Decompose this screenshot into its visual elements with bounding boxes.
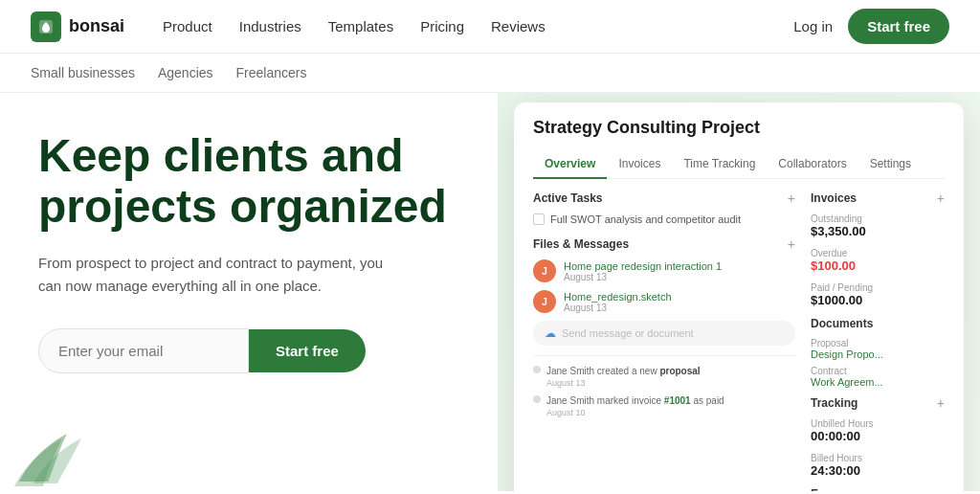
unbilled-label: Unbilled Hours xyxy=(811,418,945,429)
activity-section: Jane Smith created a new proposal August… xyxy=(533,355,795,417)
file-item-1: J Home page redesign interaction 1 Augus… xyxy=(533,259,795,282)
overdue-stat: Overdue $100.00 xyxy=(811,248,945,273)
hero-subtitle: From prospect to project and contract to… xyxy=(38,252,402,298)
activity-text-1: Jane Smith created a new proposal August… xyxy=(546,364,701,388)
invoices-section-title: Invoices xyxy=(811,191,857,205)
billed-label: Billed Hours xyxy=(811,453,945,463)
project-card: Strategy Consulting Project Overview Inv… xyxy=(514,102,964,491)
cta-row: Start free xyxy=(38,328,459,373)
card-body: Active Tasks + Full SWOT analysis and co… xyxy=(514,179,964,491)
billed-stat: Billed Hours 24:30:00 xyxy=(811,453,945,478)
expenses-title: Expenses xyxy=(811,487,864,491)
invoices-section-header: Invoices + xyxy=(811,191,945,206)
nav-templates[interactable]: Templates xyxy=(328,18,393,34)
paid-label: Paid / Pending xyxy=(811,282,945,293)
nav-product[interactable]: Product xyxy=(163,18,212,34)
files-messages-add[interactable]: + xyxy=(788,236,795,252)
activity-item-2: Jane Smith marked invoice #1001 as paid … xyxy=(533,393,795,417)
file-avatar-1: J xyxy=(533,259,556,282)
tab-invoices[interactable]: Invoices xyxy=(607,149,672,178)
logo[interactable]: bonsai xyxy=(31,11,124,42)
start-free-nav-button[interactable]: Start free xyxy=(848,9,949,44)
activity-text-2: Jane Smith marked invoice #1001 as paid … xyxy=(546,393,724,417)
doc-label-1: Proposal xyxy=(811,338,945,348)
card-right-column: Invoices + Outstanding $3,350.00 Overdue… xyxy=(811,191,945,491)
file-date-1: August 13 xyxy=(564,272,722,282)
left-panel: Keep clients and projects organized From… xyxy=(0,93,498,491)
navbar: bonsai Product Industries Templates Pric… xyxy=(0,0,980,54)
active-tasks-add[interactable]: + xyxy=(788,191,795,206)
right-panel: Strategy Consulting Project Overview Inv… xyxy=(498,93,980,491)
time-tracking-title: Tracking xyxy=(811,396,858,410)
files-messages-title: Files & Messages xyxy=(533,237,629,251)
email-input[interactable] xyxy=(38,328,249,373)
activity-date-2: August 10 xyxy=(546,408,724,417)
logo-icon xyxy=(31,11,61,42)
billed-value: 24:30:00 xyxy=(811,463,945,478)
file-avatar-2: J xyxy=(533,290,556,313)
tab-overview[interactable]: Overview xyxy=(533,149,607,178)
card-header: Strategy Consulting Project Overview Inv… xyxy=(514,102,964,179)
overdue-label: Overdue xyxy=(811,248,945,258)
time-tracking-add[interactable]: + xyxy=(937,395,945,411)
doc-link-2[interactable]: Work Agreem... xyxy=(811,376,945,388)
file-info-1: Home page redesign interaction 1 August … xyxy=(564,260,722,282)
nav-reviews[interactable]: Reviews xyxy=(491,18,546,34)
subnav-small-businesses[interactable]: Small businesses xyxy=(31,65,135,80)
unbilled-stat: Unbilled Hours 00:00:00 xyxy=(811,418,945,443)
task-item: Full SWOT analysis and competitor audit xyxy=(533,213,795,225)
documents-title: Documents xyxy=(811,317,873,330)
active-tasks-title: Active Tasks xyxy=(533,191,603,205)
login-button[interactable]: Log in xyxy=(793,18,833,34)
unbilled-value: 00:00:00 xyxy=(811,429,945,443)
file-info-2: Home_redesign.sketch August 13 xyxy=(564,291,672,313)
doc-label-2: Contract xyxy=(811,366,945,376)
task-checkbox[interactable] xyxy=(533,213,545,225)
activity-dot-1 xyxy=(533,366,541,373)
activity-desc-1: Jane Smith created a new proposal xyxy=(546,366,701,376)
message-input-row[interactable]: ☁ Send message or document xyxy=(533,321,795,346)
message-placeholder: Send message or document xyxy=(562,327,694,339)
main-content: Keep clients and projects organized From… xyxy=(0,93,980,491)
documents-section-header: Documents xyxy=(811,317,945,330)
nav-pricing[interactable]: Pricing xyxy=(420,18,464,34)
expenses-section-header: Expenses xyxy=(811,487,945,491)
activity-desc-2: Jane Smith marked invoice #1001 as paid xyxy=(546,395,724,406)
outstanding-value: $3,350.00 xyxy=(811,224,945,238)
file-item-2: J Home_redesign.sketch August 13 xyxy=(533,290,795,313)
card-left-column: Active Tasks + Full SWOT analysis and co… xyxy=(533,191,795,491)
file-name-1[interactable]: Home page redesign interaction 1 xyxy=(564,260,722,272)
file-date-2: August 13 xyxy=(564,303,672,313)
nav-right: Log in Start free xyxy=(793,9,949,44)
subnav-freelancers[interactable]: Freelancers xyxy=(236,65,307,80)
tab-settings[interactable]: Settings xyxy=(858,149,923,178)
task-text: Full SWOT analysis and competitor audit xyxy=(550,213,741,225)
tab-collaborators[interactable]: Collaborators xyxy=(767,149,858,178)
leaf-decoration xyxy=(10,415,124,491)
overdue-value: $100.00 xyxy=(811,258,945,273)
cloud-upload-icon: ☁ xyxy=(545,326,556,340)
logo-text: bonsai xyxy=(69,16,124,36)
subnav: Small businesses Agencies Freelancers xyxy=(0,54,980,93)
invoices-add[interactable]: + xyxy=(937,191,945,206)
doc-item-1: Proposal Design Propo... xyxy=(811,338,945,360)
hero-title: Keep clients and projects organized xyxy=(38,131,459,233)
tab-time-tracking[interactable]: Time Tracking xyxy=(672,149,767,178)
doc-item-2: Contract Work Agreem... xyxy=(811,366,945,388)
files-messages-header: Files & Messages + xyxy=(533,236,795,252)
subnav-agencies[interactable]: Agencies xyxy=(158,65,213,80)
paid-value: $1000.00 xyxy=(811,293,945,307)
outstanding-stat: Outstanding $3,350.00 xyxy=(811,213,945,238)
card-title: Strategy Consulting Project xyxy=(533,118,945,138)
file-name-2[interactable]: Home_redesign.sketch xyxy=(564,291,672,303)
paid-stat: Paid / Pending $1000.00 xyxy=(811,282,945,307)
nav-links: Product Industries Templates Pricing Rev… xyxy=(163,18,793,34)
activity-item-1: Jane Smith created a new proposal August… xyxy=(533,364,795,388)
active-tasks-header: Active Tasks + xyxy=(533,191,795,206)
activity-date-1: August 13 xyxy=(546,378,701,388)
nav-industries[interactable]: Industries xyxy=(239,18,301,34)
start-free-hero-button[interactable]: Start free xyxy=(249,329,366,372)
outstanding-label: Outstanding xyxy=(811,213,945,224)
card-tabs: Overview Invoices Time Tracking Collabor… xyxy=(533,149,945,179)
doc-link-1[interactable]: Design Propo... xyxy=(811,348,945,360)
